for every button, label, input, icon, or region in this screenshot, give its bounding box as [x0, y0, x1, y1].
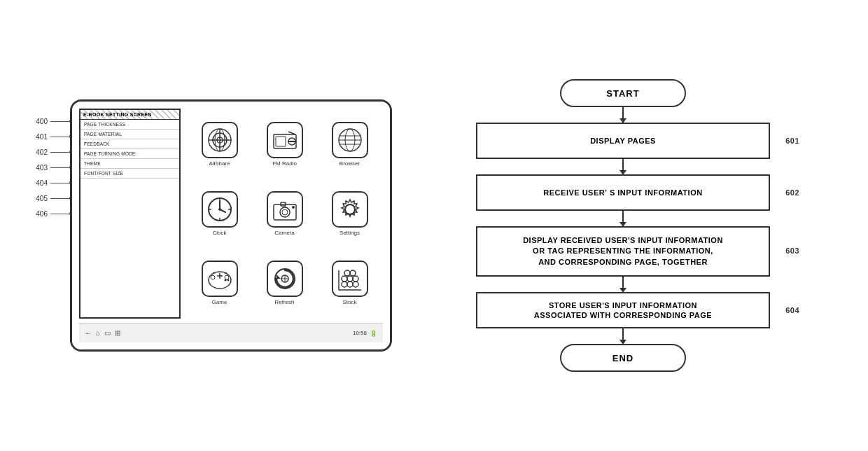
label-401: 401 [28, 133, 48, 141]
game-icon [202, 261, 238, 297]
svg-point-46 [347, 276, 353, 282]
step-ref-601: 601 [785, 136, 799, 146]
left-section: 400 401 402 403 404 405 [28, 29, 392, 422]
clock-label: Clock [212, 230, 226, 236]
label-row-401: 401 [28, 129, 71, 144]
app-game[interactable]: Game [189, 251, 250, 316]
browser-icon [332, 122, 368, 158]
stock-label: Stock [342, 299, 356, 305]
arrow-3 [622, 211, 624, 226]
label-row-403: 403 [28, 160, 71, 175]
flowchart: START DISPLAY PAGES 601 RECEIVE USER' S … [476, 79, 770, 372]
svg-marker-38 [276, 275, 281, 279]
app-clock[interactable]: Clock [189, 181, 250, 246]
flowchart-end: END [560, 344, 686, 372]
app-fm-radio[interactable]: FM Radio [254, 111, 315, 176]
svg-point-26 [282, 209, 288, 215]
flowchart-step-604: STORE USER'S INPUT INFORMATION ASSOCIATE… [476, 292, 770, 328]
svg-point-19 [218, 208, 221, 211]
back-icon: ← [85, 329, 92, 337]
label-402: 402 [28, 148, 48, 156]
settings-item-page-material[interactable]: PAGE MATERIAL [80, 130, 179, 139]
label-row-400: 400 [28, 113, 71, 129]
settings-title: E-BOOK SETTING SCREEN [80, 110, 179, 120]
clock-icon [202, 191, 238, 228]
allshare-label: AllShare [209, 160, 230, 167]
svg-point-32 [225, 275, 229, 279]
step-ref-603: 603 [785, 246, 799, 256]
svg-point-29 [345, 204, 355, 214]
svg-point-45 [342, 276, 347, 282]
label-row-405: 405 [28, 190, 71, 206]
label-row-402: 402 [28, 144, 71, 160]
device-time: 10:58 [353, 330, 367, 336]
svg-point-48 [344, 270, 350, 276]
flowchart-start: START [560, 79, 686, 107]
bottom-icons: ← ⌂ ▭ ⊞ [85, 329, 120, 337]
label-row-406: 406 [28, 206, 71, 221]
app-camera[interactable]: Camera [254, 181, 315, 246]
refresh-icon [267, 261, 303, 297]
label-line-403 [50, 167, 71, 168]
label-line-406 [50, 214, 71, 214]
flowchart-step-602: RECEIVE USER' S INPUT INFORMATION 602 [476, 174, 770, 211]
svg-point-42 [342, 282, 347, 287]
camera-label: Camera [274, 230, 294, 236]
settings-icon [332, 191, 368, 228]
app-stock[interactable]: Stock [319, 251, 380, 316]
svg-point-35 [224, 279, 226, 282]
flowchart-step-601: DISPLAY PAGES 601 [476, 123, 770, 159]
svg-point-43 [347, 282, 353, 287]
label-404: 404 [28, 179, 48, 187]
flowchart-step-603: DISPLAY RECEIVED USER'S INPUT INFORMATIO… [476, 226, 770, 277]
fm-radio-label: FM Radio [272, 160, 297, 167]
svg-point-47 [353, 276, 358, 282]
allshare-icon [202, 122, 238, 158]
svg-point-28 [292, 206, 295, 209]
step-ref-602: 602 [785, 188, 799, 197]
search-icon: ⊞ [115, 329, 120, 337]
status-bar: 10:58 🔋 [353, 330, 377, 337]
stock-icon [332, 261, 368, 297]
settings-item-page-turning-mode[interactable]: PAGE TURNING MODE [80, 149, 179, 159]
settings-item-page-thickness[interactable]: PAGE THICKNESS [80, 120, 179, 130]
home-icon: ⌂ [96, 329, 100, 337]
settings-item-font[interactable]: FONT/FONT SIZE [80, 169, 179, 179]
arrow-1 [622, 107, 624, 123]
menu-icon: ▭ [104, 329, 111, 337]
label-405: 405 [28, 195, 48, 202]
svg-point-44 [353, 282, 358, 287]
settings-panel: E-BOOK SETTING SCREEN PAGE THICKNESS PAG… [79, 109, 181, 319]
label-line-405 [50, 198, 71, 199]
main-container: 400 401 402 403 404 405 [14, 15, 854, 436]
labels-column: 400 401 402 403 404 405 [28, 113, 71, 221]
arrow-5 [622, 328, 624, 344]
app-refresh[interactable]: Refresh [254, 251, 315, 316]
app-allshare[interactable]: AllShare [189, 111, 250, 176]
arrow-2 [622, 159, 624, 174]
settings-item-theme[interactable]: THEME [80, 159, 179, 169]
device-inner: E-BOOK SETTING SCREEN PAGE THICKNESS PAG… [79, 109, 383, 319]
device-screen: E-BOOK SETTING SCREEN PAGE THICKNESS PAG… [72, 102, 390, 349]
label-line-401 [50, 137, 71, 137]
label-line-400 [50, 121, 71, 122]
game-label: Game [212, 299, 227, 305]
label-403: 403 [28, 164, 48, 172]
arrow-4 [622, 277, 624, 292]
svg-rect-7 [276, 137, 286, 146]
app-browser[interactable]: Browser [319, 111, 380, 176]
label-row-404: 404 [28, 175, 71, 190]
label-line-402 [50, 152, 71, 153]
camera-icon [267, 191, 303, 228]
svg-rect-10 [288, 141, 296, 142]
app-settings[interactable]: Settings [319, 181, 380, 246]
label-406: 406 [28, 210, 48, 218]
label-line-404 [50, 183, 71, 183]
step-ref-604: 604 [785, 305, 799, 315]
device-bottom: ← ⌂ ▭ ⊞ 10:58 🔋 [79, 323, 383, 342]
fm-radio-icon [267, 122, 303, 158]
battery-icon: 🔋 [370, 330, 377, 337]
svg-point-49 [350, 270, 356, 276]
settings-item-feedback[interactable]: FEEDBACK [80, 139, 179, 149]
device-frame: E-BOOK SETTING SCREEN PAGE THICKNESS PAG… [70, 99, 392, 352]
